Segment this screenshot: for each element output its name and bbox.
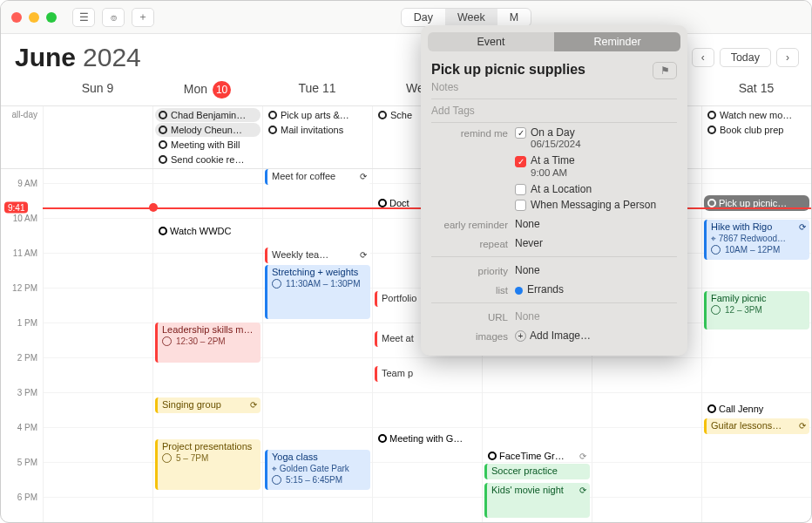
event-color-icon [378,111,387,119]
event-color-icon [159,140,167,149]
inbox-button[interactable]: ⌾ [102,8,125,27]
hour-label: 9 AM [1,179,37,188]
calendar-event[interactable]: Weekly tea…⟳ [265,248,370,263]
now-indicator-dot [149,203,158,212]
popover-tabs[interactable]: Event Reminder [428,32,680,51]
allday-event[interactable]: Melody Cheun… [155,123,261,137]
repeat-icon: ⟳ [360,171,367,182]
calendar-event[interactable]: Hike with Rigo⟳⌖ 7867 Redwood…10AM – 12P… [704,220,809,260]
view-month[interactable]: M [497,9,531,26]
reminder-popover: Event Reminder Pick up picnic supplies ⚑… [421,25,687,356]
allday-tue[interactable]: Pick up arts &…Mail invitations [262,106,372,168]
hour-label: 1 PM [1,318,37,328]
when-messaging-checkbox[interactable]: When Messaging a Person [515,199,677,211]
zoom-icon[interactable] [46,12,57,23]
calendar-event[interactable]: Team p [375,366,480,382]
notes-field[interactable]: Notes [431,79,677,99]
tags-field[interactable]: Add Tags [431,99,677,123]
allday-event[interactable]: Chad Benjamin… [155,108,261,122]
list-color-dot [515,287,523,295]
week-nav: ‹ Today › [692,48,799,67]
reminder-stub[interactable]: Meeting with G… [375,431,480,446]
at-a-time-value[interactable]: 9:00 AM [531,167,677,178]
allday-event[interactable]: Meeting with Bill [155,138,261,152]
remind-me-label: remind me [431,126,508,139]
calendar-event[interactable]: Project presentations5 – 7PM [155,439,261,490]
view-day[interactable]: Day [402,9,445,26]
allday-event[interactable]: Watch new mo… [704,108,809,122]
today-button[interactable]: Today [720,48,771,67]
sidebar-toggle-button[interactable]: ☰ [72,8,95,27]
hour-label: 6 PM [1,492,37,502]
day-header-mon[interactable]: Mon 10 [152,78,262,102]
view-week[interactable]: Week [445,9,497,26]
repeat-icon: ⟳ [250,399,257,411]
add-button[interactable]: ＋ [132,8,154,27]
reminder-ring-icon [707,199,716,207]
on-a-day-checkbox[interactable]: ✓On a Day [515,126,677,139]
event-color-icon [268,111,277,119]
allday-event[interactable]: Pick up arts &… [265,108,370,122]
allday-event[interactable]: Book club prep [704,123,809,137]
at-a-time-checkbox[interactable]: ✓At a Time [515,154,677,166]
calendar-event[interactable]: Singing group⟳ [155,397,261,413]
calendar-event[interactable]: Soccer practice [484,464,590,479]
day-col-sun[interactable] [43,169,152,523]
reminder-stub[interactable]: FaceTime Gr…⟳ [484,448,590,464]
event-color-icon [268,126,277,134]
calendar-event[interactable]: Guitar lessons…⟳ [704,418,809,434]
tab-reminder[interactable]: Reminder [554,32,680,51]
event-color-icon [159,111,167,119]
day-header-sun[interactable]: Sun 9 [43,78,152,102]
day-header-row: Sun 9 Mon 10 Tue 11 Wed 12 Thu 13 Fri 14… [1,78,811,106]
calendar-event[interactable]: Kids' movie night⟳ [484,483,590,518]
calendar-event[interactable]: Meet for coffee⟳ [265,169,370,185]
day-col-mon[interactable]: Watch WWDCLeadership skills meeting12:30… [152,169,262,523]
url-value[interactable]: None [515,310,677,323]
calendar-event[interactable]: Yoga class⌖ Golden Gate Park5:15 – 6:45P… [265,450,370,490]
repeat-icon: ⟳ [579,452,586,461]
prev-week-button[interactable]: ‹ [692,48,714,67]
repeat-icon: ⟳ [799,420,806,431]
allday-event[interactable]: Send cookie re… [155,153,261,166]
flag-button[interactable]: ⚑ [653,62,677,79]
window-controls [11,12,57,23]
week-grid: 9 AM10 AM11 AM12 PM1 PM2 PM3 PM4 PM5 PM6… [1,169,811,523]
day-col-sat[interactable]: Pick up picnic…Hike with Rigo⟳⌖ 7867 Red… [701,169,811,523]
day-header-sat[interactable]: Sat 15 [701,78,811,102]
day-header-tue[interactable]: Tue 11 [262,78,372,102]
next-week-button[interactable]: › [776,48,799,67]
hour-label: 12 PM [1,283,37,293]
event-color-icon [707,126,716,134]
repeat-icon: ⟳ [799,221,806,233]
minimize-icon[interactable] [29,12,39,23]
reminder-stub[interactable]: Call Jenny [704,401,809,417]
on-a-day-date[interactable]: 06/15/2024 [531,139,677,149]
priority-value[interactable]: None [515,264,677,276]
time-gutter: 9 AM10 AM11 AM12 PM1 PM2 PM3 PM4 PM5 PM6… [1,169,43,523]
calendar-event[interactable]: Stretching + weights11:30AM – 1:30PM [265,265,370,319]
early-reminder-value[interactable]: None [515,218,677,230]
list-value[interactable]: Errands [515,283,677,295]
reminder-ring-icon [488,452,497,460]
allday-event[interactable]: Mail invitations [265,123,370,137]
day-col-tue[interactable]: Meet for coffee⟳Weekly tea…⟳Stretching +… [262,169,372,523]
month-label: June [15,43,76,72]
allday-sun[interactable] [43,106,152,168]
at-location-checkbox[interactable]: At a Location [515,183,677,195]
close-icon[interactable] [11,12,22,23]
calendar-event[interactable]: Leadership skills meeting12:30 – 2PM [155,323,261,363]
reminder-ring-icon [378,434,387,443]
allday-sat[interactable]: Watch new mo…Book club prep [701,106,811,168]
repeat-value[interactable]: Never [515,237,677,249]
view-segmented-control[interactable]: Day Week M [401,8,531,27]
add-image-button[interactable]: +Add Image… [515,329,677,342]
hour-label: 4 PM [1,423,37,432]
reminder-ring-icon [707,404,716,413]
tab-event[interactable]: Event [428,32,554,51]
allday-mon[interactable]: Chad Benjamin…Melody Cheun…Meeting with … [152,106,262,168]
reminder-title-field[interactable]: Pick up picnic supplies [431,60,677,79]
calendar-event[interactable]: Family picnic12 – 3PM [704,291,809,329]
reminder-stub[interactable]: Watch WWDC [155,223,261,239]
hour-label: 11 AM [1,248,37,258]
